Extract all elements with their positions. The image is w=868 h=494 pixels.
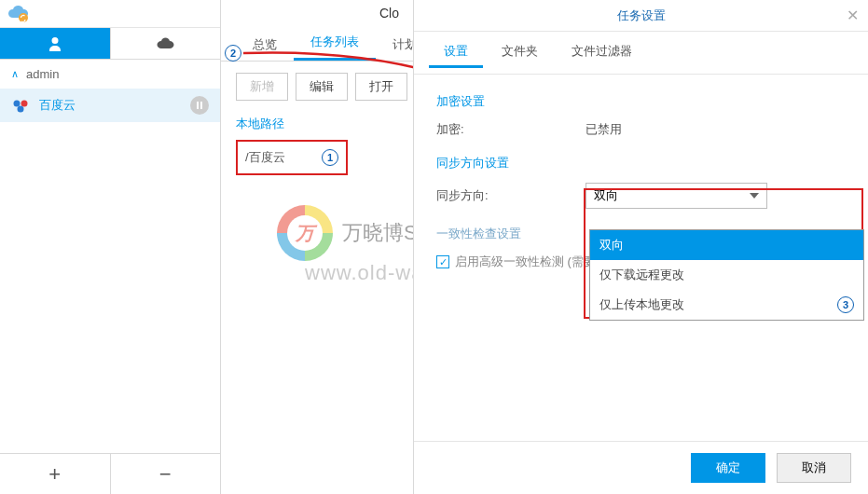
sidebar-footer: + − <box>0 453 220 494</box>
annotation-badge-1: 1 <box>322 149 338 166</box>
path-row[interactable]: /百度云 1 <box>236 140 348 175</box>
path-value: /百度云 <box>245 149 285 166</box>
add-button[interactable]: + <box>0 454 111 494</box>
sidebar-tab-user[interactable] <box>0 28 111 59</box>
user-icon <box>45 36 65 51</box>
panel-tab-filter[interactable]: 文件过滤器 <box>557 37 647 68</box>
syncdir-select[interactable]: 双向 <box>586 183 767 209</box>
syncdir-heading: 同步方向设置 <box>436 155 846 172</box>
syncdir-dropdown: 双向 仅下载远程更改 仅上传本地更改 3 <box>589 229 864 321</box>
chevron-up-icon: ∧ <box>11 68 19 80</box>
encrypt-heading: 加密设置 <box>436 93 846 110</box>
svg-point-1 <box>14 101 21 107</box>
svg-point-3 <box>18 106 24 113</box>
tab-overview[interactable]: 总览 <box>236 29 294 61</box>
task-settings-panel: 任务设置 ✕ 设置 文件夹 文件过滤器 加密设置 加密: 已禁用 同步方向设置 … <box>413 0 868 494</box>
panel-tabs: 设置 文件夹 文件过滤器 <box>414 32 868 75</box>
app-title-cut: Clo <box>379 6 399 21</box>
checkbox-icon[interactable]: ✓ <box>436 255 449 268</box>
baidu-cloud-icon <box>11 96 30 115</box>
sidebar-tab-cloud[interactable] <box>111 28 221 59</box>
pause-icon[interactable] <box>190 96 209 115</box>
annotation-badge-2: 2 <box>225 45 241 62</box>
open-button[interactable]: 打开 <box>355 73 407 101</box>
panel-footer: 确定 取消 <box>414 441 868 494</box>
admin-row[interactable]: ∧ admin <box>0 60 220 89</box>
dropdown-option-download-only[interactable]: 仅下载远程更改 <box>590 260 863 290</box>
panel-tab-folder[interactable]: 文件夹 <box>487 37 553 68</box>
dropdown-option-upload-only[interactable]: 仅上传本地更改 3 <box>590 290 863 320</box>
ok-button[interactable]: 确定 <box>691 453 765 483</box>
syncdir-label: 同步方向: <box>436 187 586 204</box>
syncdir-row: 同步方向: 双向 <box>436 183 846 209</box>
panel-title: 任务设置 <box>617 7 666 24</box>
sidebar: ∧ admin 百度云 + − <box>0 0 221 494</box>
cloud-sync-icon <box>7 5 30 23</box>
panel-body: 加密设置 加密: 已禁用 同步方向设置 同步方向: 双向 双向 仅下载远程更改 … <box>414 75 868 441</box>
panel-tab-settings[interactable]: 设置 <box>429 37 483 68</box>
svg-point-2 <box>21 101 28 107</box>
tab-tasklist[interactable]: 任务列表 <box>294 26 376 61</box>
encrypt-label: 加密: <box>436 121 586 138</box>
cloud-icon <box>155 36 175 51</box>
close-icon[interactable]: ✕ <box>847 7 859 24</box>
logo-bar <box>0 0 220 28</box>
encrypt-row: 加密: 已禁用 <box>436 121 846 138</box>
cloud-service-label: 百度云 <box>39 97 181 114</box>
panel-header: 任务设置 ✕ <box>414 0 868 32</box>
dropdown-option-bidirectional[interactable]: 双向 <box>590 230 863 260</box>
cancel-button[interactable]: 取消 <box>777 453 851 483</box>
admin-label: admin <box>26 67 59 81</box>
new-button[interactable]: 新增 <box>236 73 288 101</box>
chevron-down-icon <box>750 193 759 199</box>
watermark-logo-icon <box>277 205 333 261</box>
syncdir-selected: 双向 <box>594 187 618 204</box>
remove-button[interactable]: − <box>111 454 221 494</box>
cloud-service-item[interactable]: 百度云 <box>0 89 220 122</box>
svg-point-0 <box>19 13 28 22</box>
encrypt-value: 已禁用 <box>586 121 622 138</box>
sidebar-tabs <box>0 28 220 60</box>
edit-button[interactable]: 编辑 <box>296 73 348 101</box>
annotation-badge-3: 3 <box>837 296 854 313</box>
